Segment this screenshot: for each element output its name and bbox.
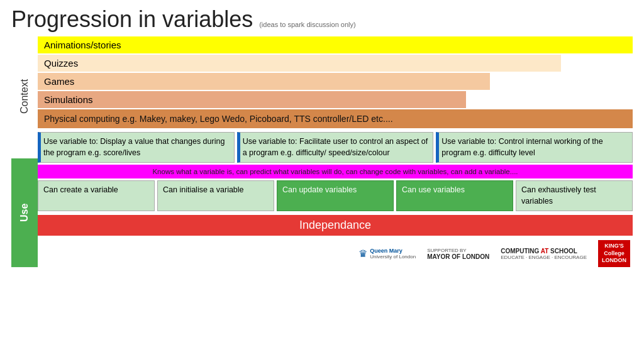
context-bars: Animations/stories Quizzes Games Simulat…: [38, 36, 633, 128]
side-labels: Context Use: [11, 36, 38, 267]
sub-title: (ideas to spark discussion only): [259, 21, 355, 28]
main-title: Progression in variables: [11, 6, 253, 33]
qm-name: Queen Mary: [370, 248, 416, 254]
skill-initialise: Can initialise a variable: [157, 180, 274, 211]
skill-use: Can use variables: [396, 180, 513, 211]
skill-boxes-row: Can create a variable Can initialise a v…: [38, 180, 633, 211]
skill-create: Can create a variable: [38, 180, 155, 211]
computing-label: COMPUTING AT SCHOOL: [501, 248, 587, 255]
supported-by: SUPPORTED BY: [427, 248, 489, 253]
bar-physical: Physical computing e.g. Makey, makey, Le…: [38, 109, 633, 128]
bar-games: Games: [38, 73, 490, 90]
skill-update: Can update variables: [277, 180, 394, 211]
use-boxes-row: Use variable to: Display a value that ch…: [38, 132, 633, 163]
use-box-2: Use variable to: Facilitate user to cont…: [237, 132, 434, 163]
main-content: Context Use Animations/stories Quizzes G…: [11, 36, 633, 267]
qm-sub: University of London: [370, 254, 416, 260]
use-label: Use: [11, 158, 38, 267]
qm-logo-area: ♛ Queen Mary University of London: [358, 248, 416, 260]
title-row: Progression in variables (ideas to spark…: [11, 6, 633, 33]
mayor-label: MAYOR OF LONDON: [427, 253, 489, 260]
right-content: Animations/stories Quizzes Games Simulat…: [38, 36, 633, 267]
kings-logo: KING'S College LONDON: [598, 240, 630, 267]
magenta-band: Knows what a variable is, can predict wh…: [38, 165, 633, 178]
mayor-area: SUPPORTED BY MAYOR OF LONDON: [427, 248, 489, 260]
skill-exhaustive: Can exhaustively test variables: [516, 180, 633, 211]
bar-quizzes: Quizzes: [38, 55, 561, 72]
context-label: Context: [11, 36, 38, 156]
use-box-1: Use variable to: Display a value that ch…: [38, 132, 235, 163]
slide: Progression in variables (ideas to spark…: [0, 0, 644, 362]
computing-area: COMPUTING AT SCHOOL EDUCATE · ENGAGE · E…: [501, 248, 587, 260]
use-box-3: Use variable to: Control internal workin…: [436, 132, 633, 163]
computing-sub: EDUCATE · ENGAGE · ENCOURAGE: [501, 255, 587, 260]
qm-crown-icon: ♛: [358, 248, 367, 260]
bar-simulations: Simulations: [38, 91, 466, 108]
bar-animations: Animations/stories: [38, 36, 633, 53]
footer: ♛ Queen Mary University of London SUPPOR…: [38, 240, 633, 267]
use-section: Use variable to: Display a value that ch…: [38, 132, 633, 211]
independence-bar: Independance: [38, 215, 633, 236]
